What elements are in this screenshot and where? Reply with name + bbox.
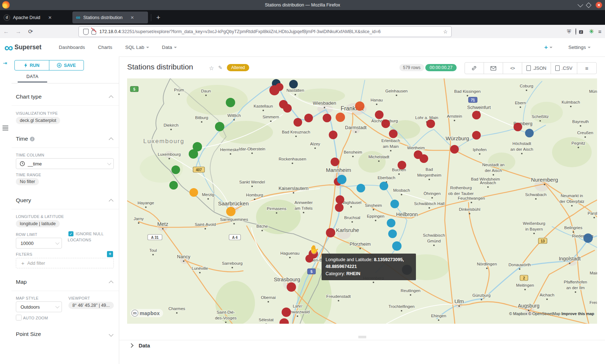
tracking-shield-icon[interactable]: [83, 29, 89, 35]
scatter-point[interactable]: [392, 241, 402, 251]
scatter-point[interactable]: [583, 233, 593, 243]
scatter-point[interactable]: [514, 123, 522, 131]
map-style-select[interactable]: Outdoors: [16, 301, 62, 312]
section-map[interactable]: Map: [16, 279, 27, 285]
favorite-star-icon[interactable]: ☆: [209, 65, 214, 72]
section-time[interactable]: Timei: [16, 136, 35, 142]
nav-sql-lab[interactable]: SQL Lab: [125, 45, 149, 50]
url-bar[interactable]: 172.18.0.4:32251/superset/explore/?form_…: [79, 26, 452, 37]
chevron-down-icon[interactable]: [109, 332, 113, 337]
back-icon[interactable]: ←: [0, 28, 12, 35]
scatter-point[interactable]: [389, 129, 398, 138]
email-button[interactable]: [484, 63, 503, 74]
scatter-point[interactable]: [323, 114, 331, 122]
chevron-up-icon[interactable]: [109, 199, 113, 204]
maximize-icon[interactable]: [586, 2, 592, 8]
scatter-point[interactable]: [171, 165, 180, 174]
scatter-point[interactable]: [226, 98, 235, 107]
scatter-point[interactable]: [426, 119, 435, 128]
reload-icon[interactable]: ⟳: [24, 28, 37, 35]
scatter-point[interactable]: [283, 104, 292, 113]
scatter-point[interactable]: [336, 195, 344, 204]
expand-datasource-icon[interactable]: ⇥: [3, 60, 7, 66]
time-column-select[interactable]: __time: [16, 158, 114, 169]
deckgl-scatterplot-map[interactable]: PrümDaunNastättenKastellaunSimmernWiesba…: [127, 78, 597, 324]
scatter-point[interactable]: [355, 101, 364, 111]
ignore-null-checkbox[interactable]: ✓: [68, 231, 73, 236]
forward-icon[interactable]: →: [12, 28, 24, 35]
tab-data[interactable]: DATA: [18, 74, 47, 79]
scatter-point[interactable]: [472, 131, 481, 140]
resize-grip-icon[interactable]: [358, 336, 366, 337]
scatter-point[interactable]: [304, 114, 313, 122]
chevron-up-icon[interactable]: [109, 95, 113, 100]
scatter-point[interactable]: [472, 111, 481, 119]
add-filter-box[interactable]: + Add filter: [16, 258, 114, 268]
scatter-point[interactable]: [381, 119, 390, 128]
minimize-icon[interactable]: [578, 1, 583, 7]
scatter-point[interactable]: [329, 131, 337, 139]
scatter-point[interactable]: [420, 154, 428, 163]
scatter-point[interactable]: [388, 229, 397, 238]
new-tab-button[interactable]: +: [156, 14, 160, 22]
scatter-point[interactable]: [326, 228, 335, 237]
nav-settings[interactable]: Settings: [568, 45, 591, 50]
scatter-point[interactable]: [169, 181, 178, 190]
close-tab-icon[interactable]: ✕: [48, 15, 52, 20]
brand-name[interactable]: Superset: [14, 44, 41, 51]
pocket-icon[interactable]: ⛨: [567, 28, 571, 35]
chevron-up-icon[interactable]: [109, 281, 113, 285]
run-button[interactable]: RUN: [15, 60, 49, 70]
scatter-point[interactable]: [289, 80, 298, 88]
scatter-point[interactable]: [335, 203, 344, 212]
scatter-point[interactable]: [525, 129, 534, 137]
scatter-point[interactable]: [287, 282, 296, 292]
scatter-point[interactable]: [282, 308, 291, 317]
scatter-point[interactable]: [387, 219, 395, 227]
scatter-point[interactable]: [189, 149, 198, 159]
scatter-point[interactable]: [398, 161, 406, 169]
section-query[interactable]: Query: [16, 197, 31, 204]
scatter-point[interactable]: [293, 118, 302, 127]
insecure-lock-icon[interactable]: [91, 31, 96, 35]
scatter-point[interactable]: [390, 200, 399, 208]
scatter-point[interactable]: [337, 175, 346, 184]
tab-stations-distribution[interactable]: ∞ Stations distribution ✕: [72, 12, 148, 23]
more-options-button[interactable]: ≡: [577, 63, 596, 74]
scatter-point[interactable]: [331, 158, 339, 166]
share-link-button[interactable]: [465, 63, 484, 74]
embed-code-button[interactable]: <>: [503, 63, 522, 74]
bookmark-star-icon[interactable]: ☆: [443, 29, 448, 35]
auto-zoom-checkbox[interactable]: [16, 315, 22, 320]
improve-map-link[interactable]: Improve this map: [561, 311, 594, 316]
scatter-point[interactable]: [189, 188, 198, 197]
scatter-point[interactable]: [357, 184, 365, 192]
scatter-point[interactable]: [215, 122, 224, 131]
tab-apache-druid[interactable]: d Apache Druid ✕: [0, 12, 70, 23]
altered-badge[interactable]: Altered: [227, 64, 249, 71]
row-limit-select[interactable]: 10000: [16, 238, 62, 249]
mapbox-logo[interactable]: m mapbox: [130, 309, 163, 317]
scatter-point[interactable]: [375, 110, 384, 119]
save-button[interactable]: SAVE: [49, 60, 84, 70]
chevron-up-icon[interactable]: [109, 137, 113, 142]
scatter-point[interactable]: [269, 85, 279, 95]
scatter-point[interactable]: [380, 182, 388, 190]
viewport-value[interactable]: 8° 46' 45.28" | 49...: [68, 302, 114, 309]
mask-extension-icon[interactable]: [575, 28, 576, 35]
data-section-toggle[interactable]: Data: [130, 343, 150, 349]
menu-hamburger-icon[interactable]: ≡: [598, 28, 601, 35]
close-window-icon[interactable]: ✕: [596, 2, 602, 8]
export-json-button[interactable]: .JSON: [522, 63, 551, 74]
nav-dashboards[interactable]: Dashboards: [59, 45, 85, 50]
nav-data[interactable]: Data: [162, 45, 177, 50]
scatter-point[interactable]: [226, 207, 236, 216]
nav-charts[interactable]: Charts: [98, 45, 112, 50]
add-filter-plus-button[interactable]: +: [107, 251, 113, 257]
lonlat-value[interactable]: longitude | latitude: [16, 220, 60, 227]
extension-asterisk-icon[interactable]: ✳: [589, 28, 594, 35]
scatter-point[interactable]: [450, 145, 459, 154]
close-tab-icon[interactable]: ✕: [130, 15, 134, 20]
viz-type-value[interactable]: deck.gl Scatterplot: [16, 117, 60, 124]
section-chart-type[interactable]: Chart type: [16, 94, 42, 100]
